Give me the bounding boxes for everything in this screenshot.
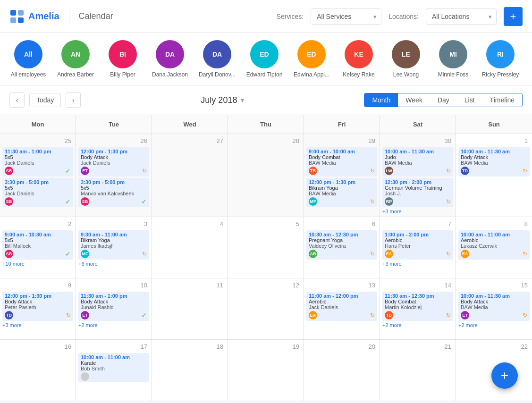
more-link[interactable]: +2 more	[78, 322, 149, 328]
day-cell-3[interactable]: 3 9:30 am - 11:00 am Bikram Yoga James I…	[76, 217, 152, 278]
employee-item-dana[interactable]: DADana Jackson	[151, 40, 189, 78]
day-cell-19[interactable]: 19	[228, 340, 304, 401]
calendar-event[interactable]: 10:00 am - 11:00 am Karate Bob Smith	[78, 353, 149, 382]
calendar-event[interactable]: 10:00 am - 11:00 am Aerobic Lukasz Czerw…	[458, 230, 530, 260]
event-time: 10:00 am - 11:30 am	[461, 293, 527, 299]
day-cell-28[interactable]: 28	[228, 134, 304, 217]
view-buttons: MonthWeekDayListTimeline	[364, 93, 523, 107]
employee-avatar: ED	[297, 40, 326, 68]
day-number: 29	[306, 136, 377, 145]
more-link[interactable]: +3 more	[2, 322, 73, 328]
month-dropdown-icon[interactable]: ▾	[241, 96, 244, 104]
day-cell-21[interactable]: 21	[380, 340, 456, 401]
calendar-event[interactable]: 11:30 am - 12:30 pm Body Combat Martin K…	[382, 292, 453, 321]
employee-item-billy[interactable]: BIBilly Piper	[104, 40, 142, 78]
calendar-event[interactable]: 10:00 am - 11:30 am Body Attack BAW Medi…	[458, 147, 530, 176]
calendar-event[interactable]: 11:30 am - 1:00 pm 5x5 Jack Daniels SB ✓	[2, 147, 73, 176]
view-btn-list[interactable]: List	[457, 93, 482, 107]
day-cell-5[interactable]: 5	[228, 217, 304, 278]
calendar-event[interactable]: 3:30 pm - 5:00 pm 5x5 Jack Daniels SB ✓	[2, 178, 73, 207]
day-cell-6[interactable]: 6 10:30 am - 12:30 pm Pregnant Yoga Vald…	[304, 217, 380, 278]
day-number: 3	[78, 219, 149, 228]
employee-item-edwina[interactable]: EDEdwina Appl...	[293, 40, 330, 78]
day-cell-4[interactable]: 4	[152, 217, 228, 278]
employee-name: Minnie Foss	[438, 71, 469, 78]
day-cell-11[interactable]: 11	[152, 278, 228, 340]
more-link[interactable]: +2 more	[382, 322, 453, 328]
event-name: Bikram Yoga	[309, 185, 375, 191]
employee-avatar: ED	[250, 40, 279, 68]
employee-item-daryll[interactable]: DADaryll Donov...	[198, 40, 236, 78]
add-button[interactable]: +	[504, 7, 523, 26]
day-cell-15[interactable]: 15 10:00 am - 11:30 am Body Attack BAW M…	[456, 278, 532, 340]
more-link[interactable]: +2 more	[458, 322, 530, 328]
day-cell-26[interactable]: 26 12:00 pm - 1:30 pm Body Attack Jack D…	[76, 134, 152, 217]
calendar-event[interactable]: 10:00 am - 11:30 am Body Attack BAW Medi…	[458, 292, 530, 321]
calendar-event[interactable]: 9:30 am - 11:00 am Bikram Yoga James Ika…	[78, 230, 149, 260]
day-cell-29[interactable]: 29 9:00 am - 10:00 am Body Combat BAW Me…	[304, 134, 380, 217]
more-link[interactable]: +6 more	[78, 261, 149, 267]
locations-select[interactable]: All Locations	[426, 8, 497, 25]
employee-item-seth[interactable]: SESeth Blak...	[529, 40, 532, 78]
day-cell-2[interactable]: 2 9:00 am - 10:30 am 5x5 Bill Mallock SB…	[0, 217, 76, 278]
calendar-event[interactable]: 9:00 am - 10:30 am 5x5 Bill Mallock SB ✓	[2, 230, 73, 260]
day-number: 18	[154, 342, 225, 351]
day-cell-25[interactable]: 25 11:30 am - 1:00 pm 5x5 Jack Daniels S…	[0, 134, 76, 217]
calendar-event[interactable]: 12:30 pm - 2:00 pm German Volume Trainin…	[382, 178, 453, 207]
day-cell-14[interactable]: 14 11:30 am - 12:30 pm Body Combat Marti…	[380, 278, 456, 340]
day-cell-7[interactable]: 7 1:00 pm - 2:00 pm Aerobic Hans Peter E…	[380, 217, 456, 278]
header-filters: Services: All Services Locations: All Lo…	[277, 7, 523, 26]
view-btn-timeline[interactable]: Timeline	[482, 93, 522, 107]
calendar-event[interactable]: 12:00 pm - 1:30 pm Bikram Yoga BAW Media…	[306, 178, 377, 207]
day-cell-8[interactable]: 8 10:00 am - 11:00 am Aerobic Lukasz Cze…	[456, 217, 532, 278]
day-cell-9[interactable]: 9 12:00 pm - 1:30 pm Body Attack Peter P…	[0, 278, 76, 340]
day-cell-30[interactable]: 30 10:00 am - 11:30 am Judo BAW Media LW…	[380, 134, 456, 217]
day-cell-1[interactable]: 1 10:00 am - 11:30 am Body Attack BAW Me…	[456, 134, 532, 217]
employee-item-kelsey[interactable]: KEKelsey Rake	[340, 40, 378, 78]
next-button[interactable]: ›	[66, 92, 81, 108]
calendar-event[interactable]: 12:00 pm - 1:30 pm Body Attack Peter Pas…	[2, 292, 73, 321]
employee-name: Dana Jackson	[152, 71, 188, 78]
calendar-event[interactable]: 10:00 am - 11:30 am Judo BAW Media LW ↻	[382, 147, 453, 176]
employee-item-ricky[interactable]: RIRicky Pressley	[481, 40, 519, 78]
day-cell-18[interactable]: 18	[152, 340, 228, 401]
event-time: 10:00 am - 11:30 am	[461, 149, 527, 154]
more-link[interactable]: +10 more	[2, 261, 73, 267]
calendar-event[interactable]: 10:30 am - 12:30 pm Pregnant Yoga Valdec…	[306, 230, 377, 260]
view-btn-month[interactable]: Month	[364, 93, 398, 107]
more-link[interactable]: +3 more	[382, 261, 453, 267]
day-cell-16[interactable]: 16	[0, 340, 76, 401]
more-link[interactable]: +3 more	[382, 209, 453, 214]
day-cell-12[interactable]: 12	[228, 278, 304, 340]
services-select-wrapper[interactable]: All Services	[311, 8, 381, 25]
day-cell-20[interactable]: 20	[304, 340, 380, 401]
calendar-event[interactable]: 12:00 pm - 1:30 pm Body Attack Jack Dani…	[78, 147, 149, 176]
day-cell-10[interactable]: 10 11:30 am - 1:00 pm Body Attack Junaid…	[76, 278, 152, 340]
employee-item-lee[interactable]: LELee Wong	[387, 40, 425, 78]
locations-select-wrapper[interactable]: All Locations	[426, 8, 497, 25]
fab-add-button[interactable]: +	[491, 362, 518, 389]
employee-item-minnie[interactable]: MIMinnie Foss	[434, 40, 472, 78]
day-cell-17[interactable]: 17 10:00 am - 11:00 am Karate Bob Smith	[76, 340, 152, 401]
today-button[interactable]: Today	[29, 93, 61, 107]
day-cell-27[interactable]: 27	[152, 134, 228, 217]
services-select[interactable]: All Services	[311, 8, 381, 25]
calendar-event[interactable]: 9:00 am - 10:00 am Body Combat BAW Media…	[306, 147, 377, 176]
prev-button[interactable]: ‹	[9, 92, 25, 108]
view-btn-week[interactable]: Week	[398, 93, 430, 107]
calendar-event[interactable]: 11:00 am - 12:00 pm Aerobic Jack Daniels…	[306, 292, 377, 321]
calendar-event[interactable]: 11:30 am - 1:00 pm Body Attack Junaid Ra…	[78, 292, 149, 321]
calendar-event[interactable]: 3:30 pm - 5:00 pm 5x5 Marvin van Kalcvsb…	[78, 178, 149, 207]
event-name: 5x5	[5, 154, 71, 160]
day-cell-13[interactable]: 13 11:00 am - 12:00 pm Aerobic Jack Dani…	[304, 278, 380, 340]
employee-item-all[interactable]: AllAll employees	[9, 40, 47, 78]
view-btn-day[interactable]: Day	[430, 93, 457, 107]
employee-item-edward[interactable]: EDEdward Tipton	[245, 40, 283, 78]
day-number: 1	[458, 136, 530, 145]
event-footer	[81, 372, 147, 381]
employee-item-andrea[interactable]: ANAndrea Barber	[57, 40, 94, 78]
employee-avatar: AN	[61, 40, 90, 68]
calendar-event[interactable]: 1:00 pm - 2:00 pm Aerobic Hans Peter EA …	[382, 230, 453, 260]
event-time: 9:00 am - 10:00 am	[309, 149, 375, 154]
day-number: 12	[230, 281, 301, 290]
